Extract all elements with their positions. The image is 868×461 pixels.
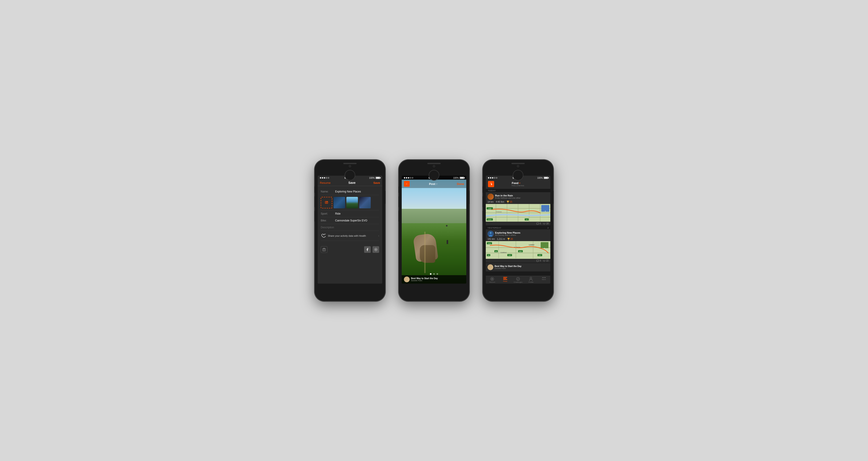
feed-nav-bar: Feed ▾ FOLLOWING [486, 180, 550, 189]
dot5-3 [496, 177, 497, 179]
tab-bar: Record Feed [486, 276, 550, 284]
status-right-2: 100% [453, 177, 464, 179]
card-stats-run: 14 km 4:40 /km 🏆 15 [486, 201, 550, 204]
save-title: Save [348, 181, 356, 184]
svg-text:3: 3 [545, 210, 546, 212]
tab-more[interactable]: More [537, 277, 550, 283]
svg-text:on-Thames: on-Thames [514, 246, 521, 248]
comments-btn-bike[interactable]: 9 [536, 259, 541, 262]
home-button-1[interactable] [345, 170, 355, 181]
svg-text:A3: A3 [488, 255, 489, 256]
phone-save: 6:48 PM 100% Resume Save Save [315, 160, 385, 301]
dot4-2 [410, 177, 411, 179]
strava-logo[interactable] [488, 181, 494, 187]
svg-text:M3: M3 [495, 251, 497, 252]
power-button-2 [469, 191, 469, 204]
save-nav-bar: Resume Save Save [318, 180, 382, 186]
bike-value[interactable]: Cannondale SuperSix EVO [335, 219, 367, 222]
photo-full: Best Way to Start the Day Danielle Polin… [402, 180, 466, 284]
dot-2 [433, 273, 435, 275]
phone-photo: 6:48 PM 100% ← Post ↑ Done [399, 160, 469, 301]
bike-title: Exploring New Places [495, 232, 549, 234]
comments-btn-run[interactable]: 6 [536, 222, 541, 225]
tab-challenges[interactable]: Challenges [512, 277, 524, 283]
home-button-2[interactable] [429, 170, 439, 181]
battery-icon-1 [376, 177, 380, 179]
health-text: Share your activity data with Health [328, 235, 376, 237]
run-trophies: 🏆 15 [506, 201, 512, 203]
tab-feed[interactable]: Feed [499, 277, 512, 283]
preview-info: Best Way to Start the Day Danielle Polin… [411, 277, 438, 282]
photo-thumb-2[interactable] [346, 197, 358, 208]
dot3-2 [408, 177, 409, 179]
activity-card-run[interactable]: Run in the Rain Emily Mellows and one ot… [486, 192, 550, 225]
battery-percent-1: 100% [369, 177, 375, 179]
signal-dots [320, 177, 329, 179]
tab-more-label: More [542, 278, 546, 280]
volume-up-button-3 [483, 196, 483, 207]
name-value[interactable]: Exploring New Places [335, 190, 361, 193]
kudos-btn-bike[interactable]: 22 [543, 259, 549, 262]
dot5 [328, 177, 329, 179]
dot1-2 [404, 177, 405, 179]
preview-person: Danielle Polini [411, 280, 438, 282]
preview-title: Best Way to Start the Day [411, 277, 438, 280]
card-header-run: Run in the Rain Emily Mellows and one ot… [486, 192, 550, 201]
feed-title: Feed [512, 181, 518, 185]
add-photo-button[interactable] [321, 197, 332, 208]
photo-thumb-3[interactable] [359, 197, 371, 208]
sport-value[interactable]: Ride [335, 212, 341, 215]
resume-button[interactable]: Resume [320, 181, 331, 184]
speaker [343, 163, 356, 164]
svg-text:Guildford: Guildford [500, 252, 506, 253]
signal-dots-3 [488, 177, 497, 179]
svg-text:M25: M25 [519, 251, 522, 252]
back-button-photo[interactable]: ← [404, 181, 410, 187]
status-right-3: 100% [537, 177, 548, 179]
tab-profile[interactable]: Profile [524, 277, 537, 283]
battery-icon-3 [544, 177, 548, 179]
status-right-1: 100% [369, 177, 380, 179]
done-button[interactable]: Done [457, 182, 464, 186]
strava-music-button[interactable] [373, 246, 379, 253]
tab-challenges-label: Challenges [514, 281, 523, 283]
feed-subtitle: FOLLOWING [512, 185, 524, 187]
description-placeholder: Description [321, 226, 334, 229]
feed-title-row[interactable]: Feed ▾ [512, 181, 524, 185]
best-way-info: Best Way to Start the Day Danielle Polin… [495, 265, 521, 270]
power-button [385, 191, 385, 204]
svg-point-54 [492, 278, 493, 280]
health-chevron: › [378, 234, 379, 237]
svg-rect-56 [503, 278, 506, 279]
social-buttons [364, 246, 379, 253]
best-way-preview[interactable]: Best Way to Start the Day Danielle Polin… [486, 263, 550, 271]
run-map: A308 A3031 A3 Chelsea 3 [486, 204, 550, 222]
save-button[interactable]: Save [373, 181, 380, 184]
mute-button-3 [483, 186, 483, 193]
signal-dots-2 [404, 177, 413, 179]
dot2-2 [406, 177, 407, 179]
run-distance: 14 km [488, 201, 494, 203]
dot2-3 [490, 177, 491, 179]
kudos-btn-run[interactable]: 18 [543, 222, 549, 225]
photo-bottom-preview: Best Way to Start the Day Danielle Polin… [402, 275, 466, 284]
name-label: Name: [321, 190, 335, 193]
comments-count-run: 6 [540, 222, 541, 225]
tab-record[interactable]: Record [486, 277, 499, 283]
svg-text:A308: A308 [488, 208, 492, 209]
volume-down-button-3 [483, 211, 483, 222]
facebook-button[interactable] [364, 246, 371, 253]
feed-dropdown-arrow: ▾ [519, 182, 520, 184]
phone-feed: 6:48 PM 100% Feed [483, 160, 553, 301]
svg-rect-4 [323, 249, 326, 251]
activity-card-bike[interactable]: Exploring New Places Ed Dorsey and 3 oth… [486, 229, 550, 263]
home-button-3[interactable] [513, 170, 523, 181]
photo-thumb-1[interactable] [334, 197, 345, 208]
svg-point-62 [545, 277, 546, 278]
trash-button[interactable] [321, 246, 328, 253]
svg-text:A22: A22 [539, 255, 541, 256]
london-map: A308 A3031 A3 Chelsea 3 [486, 204, 550, 222]
health-row[interactable]: Share your activity data with Health › [321, 231, 379, 241]
svg-point-29 [490, 232, 492, 234]
description-row[interactable]: Description [321, 224, 379, 231]
